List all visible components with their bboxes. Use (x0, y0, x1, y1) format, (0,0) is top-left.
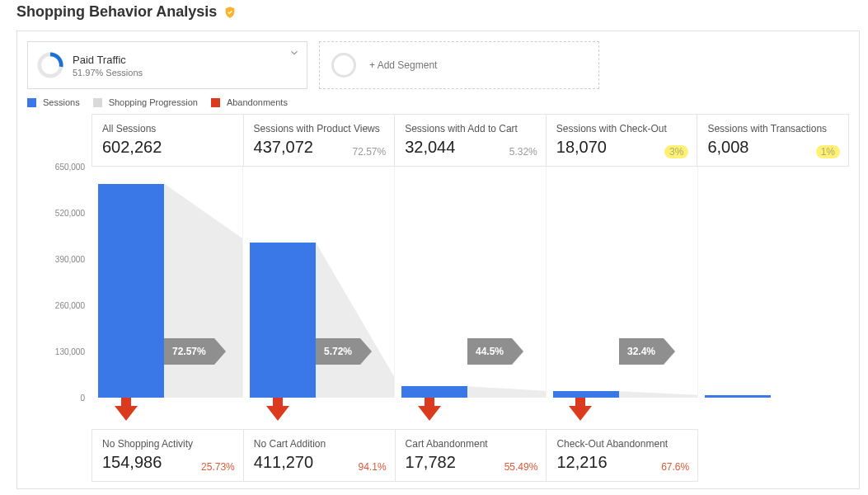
verified-icon (223, 6, 237, 19)
axis-tick: 130,000 (55, 347, 85, 356)
down-arrow-icon (115, 406, 138, 421)
dropoff-pct: 55.49% (504, 461, 538, 473)
dropoff-label: Cart Abandonment (406, 438, 537, 450)
dropoff-arrow-cell (91, 398, 243, 429)
dropoff-label: Check-Out Abandonment (556, 438, 687, 450)
chart-column: 5.72% (243, 167, 395, 398)
stage-label: Sessions with Add to Cart (405, 123, 536, 134)
stage-label: Sessions with Transactions (707, 123, 838, 134)
legend-abandon: Abandonments (227, 97, 288, 107)
funnel-chart: All Sessions602,262Sessions with Product… (27, 114, 849, 482)
y-axis: 650,000520,000390,000260,000130,0000 (27, 167, 91, 398)
stage-label: Sessions with Check-Out (556, 123, 687, 134)
axis-tick: 0 (80, 394, 85, 403)
chart-column: 32.4% (547, 167, 698, 398)
chart-columns: 72.57%5.72%44.5%32.4% (91, 167, 849, 398)
dropoff-arrow-cell (546, 398, 697, 429)
session-bar (250, 243, 316, 398)
svg-marker-2 (164, 184, 242, 398)
stage-header[interactable]: Sessions with Check-Out18,0703% (547, 114, 698, 167)
progression-arrow: 72.57% (164, 338, 226, 365)
stage-value: 602,262 (102, 138, 233, 157)
stage-header[interactable]: All Sessions602,262 (91, 114, 244, 167)
dropoff-pct: 67.6% (661, 461, 689, 473)
legend-progression: Shopping Progression (109, 97, 198, 107)
stage-header[interactable]: Sessions with Add to Cart32,0445.32% (395, 114, 547, 167)
swatch-abandon (211, 98, 220, 107)
axis-tick: 520,000 (55, 209, 85, 218)
dropoff-label: No Shopping Activity (102, 438, 233, 450)
progression-arrow: 5.72% (316, 338, 372, 365)
report-card: Paid Traffic 51.97% Sessions + Add Segme… (16, 31, 860, 489)
dropoff-cell[interactable]: Check-Out Abandonment12,21667.6% (547, 429, 698, 482)
axis-tick: 650,000 (55, 163, 85, 172)
stage-header[interactable]: Sessions with Transactions6,0081% (697, 114, 849, 167)
dropoff-cell[interactable]: Cart Abandonment17,78255.49% (396, 429, 547, 482)
segment-name: Paid Traffic (73, 54, 143, 66)
session-bar (98, 184, 164, 398)
page-title: Shopping Behavior Analysis (16, 3, 217, 21)
stage-header[interactable]: Sessions with Product Views437,07272.57% (244, 114, 396, 167)
empty-cell (698, 429, 849, 482)
session-bar (553, 391, 619, 398)
dropoff-arrow-cell (243, 398, 395, 429)
down-arrow-icon (266, 406, 289, 421)
down-arrow-icon (418, 406, 441, 421)
axis-tick: 260,000 (55, 301, 85, 310)
stage-label: Sessions with Product Views (254, 123, 385, 134)
session-bar (705, 395, 771, 398)
session-bar (401, 386, 467, 398)
swatch-progression (93, 98, 102, 107)
dropoff-arrow-cell (395, 398, 547, 429)
chevron-down-icon (289, 47, 300, 59)
progression-arrow: 44.5% (467, 338, 523, 365)
segment-selector[interactable]: Paid Traffic 51.97% Sessions (27, 41, 307, 89)
dropoff-label: No Cart Addition (254, 438, 385, 450)
segment-subtitle: 51.97% Sessions (73, 68, 143, 78)
down-arrow-icon (569, 406, 592, 421)
chart-column: 72.57% (91, 167, 243, 398)
legend-sessions: Sessions (43, 97, 80, 107)
axis-tick: 390,000 (55, 255, 85, 264)
dropoff-arrow-cell (697, 398, 849, 429)
dropoff-cell[interactable]: No Shopping Activity154,98625.73% (91, 429, 244, 482)
swatch-sessions (27, 98, 36, 107)
circle-icon (331, 53, 356, 78)
progression-arrow: 32.4% (619, 338, 675, 365)
dropoff-cell[interactable]: No Cart Addition411,27094.1% (244, 429, 396, 482)
svg-marker-3 (316, 243, 394, 398)
svg-marker-4 (467, 386, 546, 398)
dropoff-pct: 94.1% (359, 461, 387, 473)
chart-column (698, 167, 849, 398)
add-segment-button[interactable]: + Add Segment (319, 41, 599, 89)
dropoff-pct: 25.73% (201, 461, 235, 473)
svg-marker-5 (619, 391, 697, 398)
donut-icon (36, 51, 64, 79)
add-segment-label: + Add Segment (369, 59, 437, 71)
chart-column: 44.5% (395, 167, 547, 398)
chart-legend: Sessions Shopping Progression Abandonmen… (27, 97, 849, 107)
stage-label: All Sessions (102, 123, 233, 134)
